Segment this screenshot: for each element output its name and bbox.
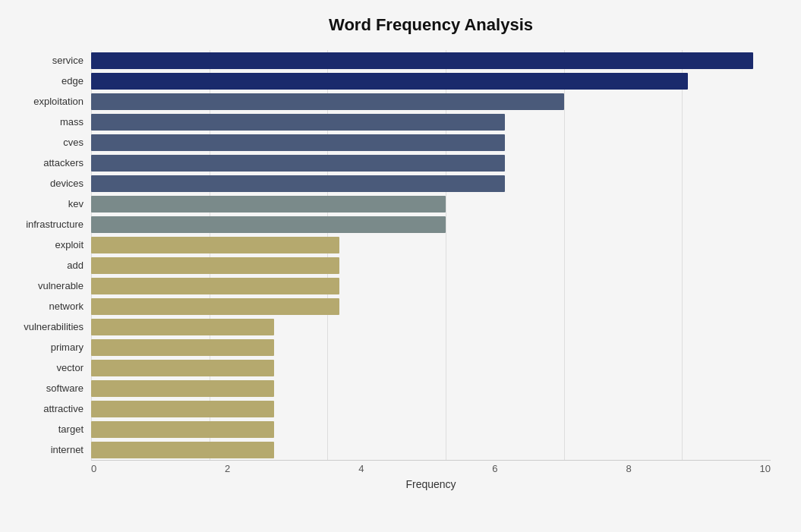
bar-track: [91, 339, 771, 356]
x-tick: 4: [358, 463, 364, 474]
bar-label: devices: [8, 178, 91, 189]
bar-fill: [91, 134, 505, 151]
bar-fill: [91, 216, 446, 233]
bar-row: attackers: [91, 155, 771, 172]
bar-track: [91, 421, 771, 438]
bar-track: [91, 175, 771, 192]
bar-fill: [91, 421, 274, 438]
bar-track: [91, 401, 771, 417]
chart-area: serviceedgeexploitationmasscvesattackers…: [91, 50, 771, 490]
bar-row: vulnerable: [91, 278, 771, 294]
bar-label: service: [8, 55, 91, 66]
bar-fill: [91, 298, 339, 315]
chart-title: Word Frequency Analysis: [91, 15, 771, 35]
bar-track: [91, 319, 771, 335]
bar-label: add: [8, 260, 91, 271]
bar-track: [91, 216, 771, 233]
bar-label: exploit: [8, 239, 91, 250]
chart-container: Word Frequency Analysis serviceedgeexplo…: [0, 0, 801, 532]
bar-row: service: [91, 52, 771, 69]
bar-row: exploitation: [91, 93, 771, 110]
bar-fill: [91, 278, 339, 294]
bar-track: [91, 257, 771, 274]
bar-label: exploitation: [8, 96, 91, 107]
bar-fill: [91, 380, 274, 397]
bar-label: vulnerable: [8, 280, 91, 291]
bar-label: vulnerabilities: [8, 321, 91, 332]
x-axis-line: [91, 460, 771, 461]
bar-row: edge: [91, 73, 771, 90]
bar-track: [91, 237, 771, 253]
bar-row: cves: [91, 134, 771, 151]
bar-label: software: [8, 382, 91, 394]
bar-label: vector: [8, 362, 91, 373]
bar-track: [91, 380, 771, 397]
bar-label: internet: [8, 444, 91, 455]
bar-row: exploit: [91, 237, 771, 253]
bar-fill: [91, 237, 339, 253]
bar-track: [91, 278, 771, 294]
x-tick: 8: [626, 463, 631, 474]
bar-fill: [91, 401, 274, 417]
bar-fill: [91, 73, 688, 90]
x-ticks: 0246810: [91, 463, 771, 474]
bar-track: [91, 360, 771, 376]
bar-track: [91, 134, 771, 151]
bar-row: devices: [91, 175, 771, 192]
x-tick: 0: [91, 463, 96, 474]
bar-fill: [91, 52, 753, 69]
bar-track: [91, 155, 771, 172]
bar-label: cves: [8, 137, 91, 148]
bar-label: network: [8, 301, 91, 312]
bar-fill: [91, 319, 274, 335]
bar-row: primary: [91, 339, 771, 356]
bar-track: [91, 298, 771, 315]
bar-fill: [91, 114, 505, 131]
bar-row: vulnerabilities: [91, 319, 771, 335]
bar-fill: [91, 196, 446, 212]
x-tick: 2: [225, 463, 230, 474]
bar-row: add: [91, 257, 771, 274]
x-tick: 10: [759, 463, 770, 474]
bar-fill: [91, 257, 339, 274]
bar-fill: [91, 339, 274, 356]
bar-row: attractive: [91, 401, 771, 417]
bar-row: kev: [91, 196, 771, 212]
bar-row: vector: [91, 360, 771, 376]
bar-label: primary: [8, 342, 91, 353]
bar-track: [91, 52, 771, 69]
bar-label: attackers: [8, 157, 91, 168]
bar-row: software: [91, 380, 771, 397]
bar-fill: [91, 360, 274, 376]
bar-track: [91, 114, 771, 131]
bar-row: internet: [91, 442, 771, 458]
bar-track: [91, 73, 771, 90]
bar-track: [91, 196, 771, 212]
x-tick: 6: [492, 463, 497, 474]
bar-label: edge: [8, 75, 91, 87]
bar-fill: [91, 155, 505, 172]
bar-fill: [91, 93, 564, 110]
bar-row: infrastructure: [91, 216, 771, 233]
bar-track: [91, 93, 771, 110]
bar-label: mass: [8, 116, 91, 127]
bar-track: [91, 442, 771, 458]
x-axis: 0246810 Frequency: [91, 460, 771, 490]
bar-label: target: [8, 423, 91, 435]
bar-row: network: [91, 298, 771, 315]
bar-fill: [91, 175, 505, 192]
x-axis-label: Frequency: [91, 478, 771, 490]
bars-wrapper: serviceedgeexploitationmasscvesattackers…: [91, 50, 771, 460]
bar-label: kev: [8, 198, 91, 209]
bar-label: attractive: [8, 403, 91, 414]
bar-fill: [91, 442, 274, 458]
bar-row: mass: [91, 114, 771, 131]
bar-label: infrastructure: [8, 219, 91, 230]
bar-row: target: [91, 421, 771, 438]
